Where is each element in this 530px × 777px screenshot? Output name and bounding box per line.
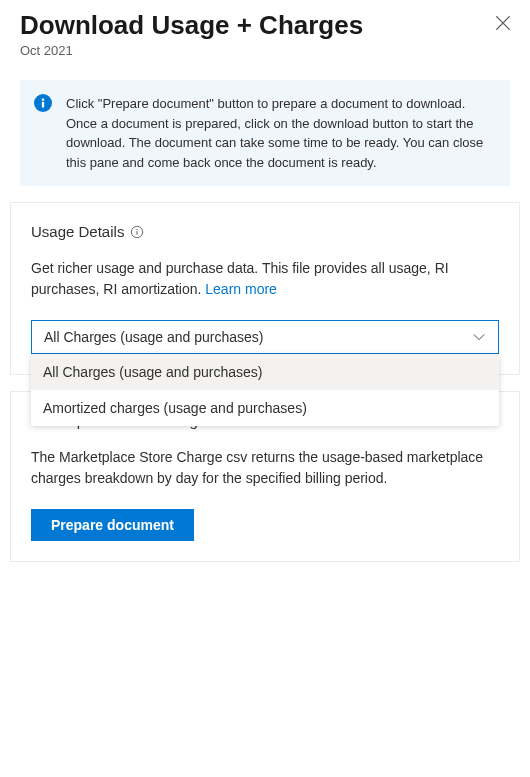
charge-type-dropdown-list: All Charges (usage and purchases) Amorti… [31,354,499,426]
svg-rect-1 [42,102,44,108]
dropdown-option-amortized-charges[interactable]: Amortized charges (usage and purchases) [31,390,499,426]
chevron-down-icon [472,330,486,344]
marketplace-description: The Marketplace Store Charge csv returns… [31,447,499,489]
panel-subtitle: Oct 2021 [20,43,510,58]
svg-rect-4 [137,231,138,235]
info-text: Click "Prepare document" button to prepa… [66,96,483,170]
learn-more-link[interactable]: Learn more [205,281,277,297]
svg-rect-2 [42,99,44,101]
close-icon[interactable] [494,14,512,32]
svg-rect-5 [137,228,138,229]
panel-title: Download Usage + Charges [20,10,510,41]
usage-details-description: Get richer usage and purchase data. This… [31,258,499,300]
prepare-document-button[interactable]: Prepare document [31,509,194,541]
usage-details-title: Usage Details [31,223,124,240]
usage-details-title-row: Usage Details [31,223,499,240]
charge-type-dropdown-wrap: All Charges (usage and purchases) All Ch… [31,320,499,354]
usage-details-section: Usage Details Get richer usage and purch… [10,202,520,375]
info-outline-icon[interactable] [130,225,144,239]
info-banner: Click "Prepare document" button to prepa… [20,80,510,186]
dropdown-option-all-charges[interactable]: All Charges (usage and purchases) [31,354,499,390]
dropdown-selected-value: All Charges (usage and purchases) [44,329,263,345]
info-icon [34,94,52,112]
charge-type-dropdown[interactable]: All Charges (usage and purchases) [31,320,499,354]
panel-header: Download Usage + Charges Oct 2021 [0,0,530,64]
